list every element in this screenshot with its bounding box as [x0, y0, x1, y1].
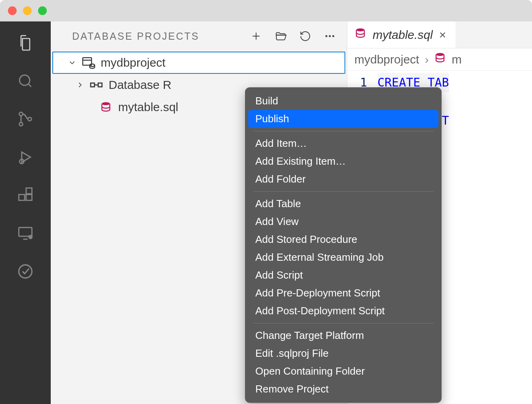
refresh-icon[interactable] [299, 29, 312, 43]
task-icon[interactable] [16, 262, 35, 281]
menu-item-add-stored-procedure[interactable]: Add Stored Procedure [248, 231, 438, 248]
svg-point-0 [19, 75, 30, 85]
svg-point-12 [329, 35, 331, 37]
svg-point-11 [325, 35, 327, 37]
menu-item-add-view[interactable]: Add View [248, 213, 438, 231]
svg-point-9 [28, 235, 33, 239]
svg-point-19 [356, 29, 364, 32]
breadcrumb-root[interactable]: mydbproject [354, 53, 419, 66]
breadcrumb-file[interactable]: m [452, 53, 461, 66]
references-icon [88, 77, 105, 92]
window-minimize-button[interactable] [23, 6, 32, 15]
svg-rect-17 [98, 83, 102, 87]
close-icon[interactable]: × [439, 28, 446, 42]
sidebar-title: DATABASE PROJECTS [72, 31, 199, 42]
svg-point-18 [102, 102, 110, 106]
menu-item-edit-sqlproj[interactable]: Edit .sqlproj File [248, 344, 438, 362]
extensions-icon[interactable] [16, 186, 35, 205]
menu-item-open-containing-folder[interactable]: Open Containing Folder [248, 362, 438, 380]
menu-item-add-post-deployment[interactable]: Add Post-Deployment Script [248, 302, 438, 320]
context-menu: Build Publish Add Item… Add Existing Ite… [245, 87, 442, 403]
database-project-icon [80, 55, 97, 70]
menu-item-add-table[interactable]: Add Table [248, 195, 438, 213]
open-folder-icon[interactable] [274, 29, 287, 43]
database-icon [434, 52, 446, 67]
tree-item-project[interactable]: mydbproject [52, 52, 345, 74]
folder-label: Database R [109, 78, 171, 92]
svg-point-20 [436, 53, 444, 56]
breadcrumb[interactable]: mydbproject › m [347, 48, 532, 71]
svg-point-2 [19, 122, 23, 126]
svg-rect-7 [26, 188, 32, 194]
menu-item-add-item[interactable]: Add Item… [248, 135, 438, 152]
menu-item-add-streaming-job[interactable]: Add External Streaming Job [248, 248, 438, 266]
menu-item-add-folder[interactable]: Add Folder [248, 170, 438, 188]
project-label: mydbproject [101, 56, 165, 69]
editor-tabbar: mytable.sql × [347, 21, 532, 48]
svg-point-3 [28, 117, 32, 121]
svg-point-10 [19, 265, 32, 278]
window-zoom-button[interactable] [38, 6, 47, 15]
tab-label: mytable.sql [373, 28, 433, 42]
file-label: mytable.sql [118, 100, 178, 114]
svg-rect-6 [26, 194, 32, 200]
search-icon[interactable] [16, 71, 35, 90]
editor-tab[interactable]: mytable.sql × [347, 21, 455, 48]
menu-item-add-pre-deployment[interactable]: Add Pre-Deployment Script [248, 284, 438, 302]
menu-item-add-existing-item[interactable]: Add Existing Item… [248, 152, 438, 170]
menu-separator [253, 131, 434, 131]
activity-bar [0, 21, 51, 404]
titlebar [0, 0, 532, 21]
window-close-button[interactable] [8, 6, 17, 15]
run-debug-icon[interactable] [16, 148, 35, 167]
menu-item-remove-project[interactable]: Remove Project [248, 380, 438, 398]
more-actions-icon[interactable] [323, 29, 337, 43]
menu-separator [253, 191, 434, 192]
menu-separator [253, 323, 434, 323]
explorer-icon[interactable] [16, 33, 35, 52]
source-control-icon[interactable] [16, 110, 35, 129]
svg-rect-16 [91, 83, 95, 87]
new-project-icon[interactable] [249, 29, 263, 43]
menu-item-build[interactable]: Build [248, 92, 438, 110]
chevron-right-icon: › [425, 53, 429, 66]
database-icon [98, 101, 114, 113]
svg-point-1 [19, 112, 23, 116]
svg-rect-5 [19, 194, 25, 200]
menu-item-publish[interactable]: Publish [248, 110, 438, 128]
remote-explorer-icon[interactable] [16, 224, 35, 243]
menu-item-change-target-platform[interactable]: Change Target Platform [248, 327, 438, 344]
chevron-right-icon[interactable] [75, 81, 85, 89]
menu-item-add-script[interactable]: Add Script [248, 266, 438, 284]
chevron-down-icon[interactable] [67, 58, 77, 67]
svg-point-13 [332, 35, 334, 37]
database-icon [354, 27, 366, 42]
